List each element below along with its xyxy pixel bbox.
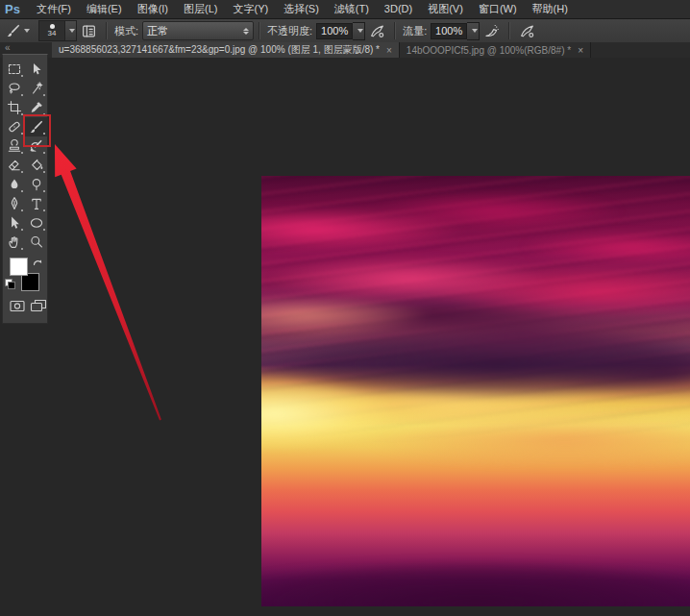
- tool-pen[interactable]: [3, 194, 25, 213]
- zoom-magnifier-icon: [29, 234, 44, 250]
- menu-select[interactable]: 选择(S): [276, 0, 327, 18]
- tablet-pressure-size-button[interactable]: [519, 23, 535, 39]
- paint-bucket-icon: [29, 158, 44, 173]
- menu-image[interactable]: 图像(I): [130, 0, 176, 18]
- chevron-down-icon: [24, 29, 30, 33]
- healing-brush-icon: [7, 119, 22, 135]
- move-tool-icon: [29, 62, 44, 77]
- tool-dodge[interactable]: [25, 175, 47, 194]
- subtool-dot-icon: [43, 94, 45, 96]
- foreground-color-swatch[interactable]: [10, 258, 28, 276]
- spinner-icon: [243, 28, 249, 35]
- tool-horizontal-type[interactable]: [25, 194, 47, 213]
- document-tab-inactive[interactable]: 14bOOOPICf5.jpg @ 100%(RGB/8#) * ×: [400, 42, 591, 58]
- default-colors-icon[interactable]: [5, 279, 14, 288]
- tools-panel-collapse-button[interactable]: «: [5, 42, 10, 53]
- subtool-dot-icon: [43, 229, 45, 231]
- brush-preset-dropdown[interactable]: [65, 20, 77, 41]
- tool-move[interactable]: [25, 60, 47, 79]
- menu-edit[interactable]: 编辑(E): [79, 0, 130, 18]
- tool-lasso[interactable]: [3, 79, 25, 98]
- tool-eraser[interactable]: [3, 156, 25, 175]
- brush-preset-preview[interactable]: 34: [38, 20, 65, 41]
- tool-hand[interactable]: [3, 233, 25, 252]
- flow-field[interactable]: 100%: [431, 22, 480, 40]
- subtool-dot-icon: [21, 171, 23, 173]
- tool-ellipse-shape[interactable]: [25, 213, 47, 233]
- flow-label: 流量:: [403, 24, 427, 38]
- chevron-down-icon: [69, 29, 75, 33]
- flow-dropdown[interactable]: [467, 22, 480, 40]
- screen-mode-button[interactable]: [29, 298, 48, 318]
- flow-value[interactable]: 100%: [431, 23, 467, 39]
- subtool-dot-icon: [43, 171, 45, 173]
- divider: [394, 22, 396, 39]
- pen-icon: [7, 196, 22, 211]
- brush-size-value: 34: [48, 30, 57, 37]
- tool-brush[interactable]: [25, 117, 47, 136]
- menu-type[interactable]: 文字(Y): [225, 0, 276, 18]
- close-icon[interactable]: ×: [578, 45, 583, 56]
- tool-spot-healing-brush[interactable]: [3, 117, 25, 136]
- menu-filter[interactable]: 滤镜(T): [327, 0, 377, 18]
- menu-help[interactable]: 帮助(H): [525, 0, 576, 18]
- tool-path-selection[interactable]: [3, 213, 25, 233]
- quick-mask-button[interactable]: [9, 299, 26, 317]
- photoshop-window: Ps 文件(F) 编辑(E) 图像(I) 图层(L) 文字(Y) 选择(S) 滤…: [0, 0, 690, 616]
- photoshop-logo: Ps: [0, 2, 29, 16]
- menu-bar: Ps 文件(F) 编辑(E) 图像(I) 图层(L) 文字(Y) 选择(S) 滤…: [0, 0, 690, 19]
- subtool-dot-icon: [21, 190, 23, 192]
- tool-crop[interactable]: [3, 98, 25, 117]
- mode-label: 模式:: [114, 24, 138, 38]
- subtool-dot-icon: [21, 209, 23, 211]
- tool-rectangular-marquee[interactable]: [3, 60, 25, 79]
- tool-clone-stamp[interactable]: [3, 136, 25, 156]
- opacity-value[interactable]: 100%: [316, 23, 353, 39]
- tab-title: 14bOOOPICf5.jpg @ 100%(RGB/8#) *: [407, 45, 571, 56]
- menu-window[interactable]: 窗口(W): [471, 0, 525, 18]
- pen-pressure-icon: [519, 23, 535, 39]
- brush-preset-widget[interactable]: 34: [33, 20, 77, 41]
- hand-icon: [7, 234, 22, 250]
- magic-wand-icon: [29, 81, 44, 96]
- document-canvas[interactable]: [261, 176, 690, 606]
- subtool-dot-icon: [21, 152, 23, 154]
- subtool-dot-icon: [43, 209, 45, 211]
- ellipse-shape-icon: [29, 215, 44, 231]
- blur-drop-icon: [7, 177, 22, 192]
- opacity-dropdown[interactable]: [353, 22, 365, 40]
- document-tab-bar: u=368856023,327141667&fm=23&gp=0.jpg @ 1…: [0, 42, 690, 58]
- menu-view[interactable]: 视图(V): [420, 0, 471, 18]
- document-tab-active[interactable]: u=368856023,327141667&fm=23&gp=0.jpg @ 1…: [52, 42, 400, 58]
- menu-file[interactable]: 文件(F): [29, 0, 79, 18]
- swap-colors-icon[interactable]: [32, 256, 43, 273]
- brush-tool-icon: [29, 119, 44, 135]
- subtool-dot-icon: [21, 94, 23, 96]
- opacity-field[interactable]: 100%: [316, 22, 365, 40]
- cloud-blobs-layer: [261, 176, 690, 606]
- tool-preset-picker[interactable]: [0, 23, 33, 38]
- toggle-brush-panel-button[interactable]: [81, 23, 97, 39]
- menu-3d[interactable]: 3D(D): [377, 0, 420, 18]
- tablet-pressure-opacity-button[interactable]: [369, 23, 385, 39]
- options-bar: 34 模式: 正常 不透明度: 100%: [0, 19, 690, 43]
- tool-history-brush[interactable]: [25, 136, 47, 156]
- close-icon[interactable]: ×: [386, 45, 392, 56]
- tool-zoom[interactable]: [25, 233, 47, 252]
- opacity-label: 不透明度:: [267, 24, 312, 38]
- path-selection-arrow-icon: [7, 215, 22, 231]
- tool-eyedropper[interactable]: [25, 98, 47, 117]
- divider: [106, 22, 108, 39]
- airbrush-button[interactable]: [483, 23, 500, 39]
- blend-mode-select[interactable]: 正常: [142, 21, 254, 40]
- rectangular-marquee-icon: [7, 62, 22, 77]
- subtool-dot-icon: [21, 248, 23, 250]
- tool-magic-wand[interactable]: [25, 79, 47, 98]
- tool-blur[interactable]: [3, 175, 25, 194]
- tool-grid: [3, 60, 47, 252]
- tool-paint-bucket[interactable]: [25, 156, 47, 175]
- subtool-dot-icon: [43, 113, 45, 115]
- tools-panel: [2, 54, 48, 324]
- menu-layer[interactable]: 图层(L): [176, 0, 225, 18]
- divider: [508, 22, 510, 39]
